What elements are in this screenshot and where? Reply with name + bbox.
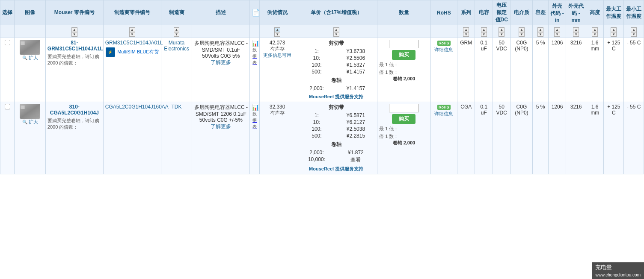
sort-mouser-up[interactable]: ▲ — [71, 27, 77, 32]
select-checkbox-1[interactable] — [5, 40, 10, 45]
sort-rohs — [430, 25, 457, 38]
sort-case-mm-down[interactable]: ▼ — [573, 32, 579, 37]
sort-tol-up[interactable]: ▲ — [537, 27, 543, 32]
sort-dielectric-down[interactable]: ▼ — [519, 32, 525, 37]
col-header-tol: 容差 — [533, 0, 548, 25]
dielectric-cell-1: C0G (NP0) — [510, 38, 533, 102]
volt-val-2: 50 VDC — [496, 104, 507, 116]
sort-mfr-pn-up[interactable]: ▲ — [129, 27, 135, 32]
sort-mouser-btn[interactable]: ▲ ▼ — [71, 27, 77, 37]
sort-mfr: ▲ ▼ — [161, 25, 192, 38]
sort-mintemp-btn[interactable]: ▲ ▼ — [631, 27, 637, 37]
sort-price-up[interactable]: ▲ — [333, 27, 339, 32]
sort-case-in-down[interactable]: ▼ — [554, 32, 560, 37]
sort-height-up[interactable]: ▲ — [592, 27, 598, 32]
height-cell-2: 1.6 mm — [586, 102, 604, 174]
mfr-pn-link-1[interactable]: GRM31C5C1H104JA01L — [105, 40, 163, 46]
buy-button-1[interactable]: 购买 — [392, 50, 415, 60]
zoom-link-2[interactable]: 🔍 扩大 — [22, 119, 38, 124]
sort-maxtemp-btn[interactable]: ▲ ▼ — [611, 27, 617, 37]
qty-input-1[interactable] — [389, 40, 419, 48]
buy-button-2[interactable]: 购买 — [392, 114, 415, 124]
sort-mfr-pn-down[interactable]: ▼ — [129, 32, 135, 37]
sort-case-in-btn[interactable]: ▲ ▼ — [554, 27, 560, 37]
sort-cap-down[interactable]: ▼ — [481, 32, 487, 37]
mouser-pn-link-1[interactable]: 81-GRM31C5C1H104JA1L — [47, 40, 101, 52]
sort-height-btn[interactable]: ▲ ▼ — [592, 27, 598, 37]
doc-link-1[interactable]: 📊 数据表 — [252, 41, 259, 65]
qty-min-2: 最 1 低： — [379, 126, 429, 132]
col-header-mfr: 制造商 — [161, 0, 192, 25]
zoom-link-1[interactable]: 🔍 扩大 — [22, 55, 38, 60]
sort-case-mm-btn[interactable]: ▲ ▼ — [573, 27, 579, 37]
price-reel2-qty-2: 10,000: — [297, 156, 336, 164]
learn-more-link-1[interactable]: 了解更多 — [211, 59, 231, 65]
price-cell-2: 剪切带 1: ¥6.5871 10: ¥6.2127 100: ¥2.5038 — [295, 102, 377, 174]
sort-dielectric-up[interactable]: ▲ — [519, 27, 525, 32]
sort-tol-down[interactable]: ▼ — [537, 32, 543, 37]
sort-price-btn[interactable]: ▲ ▼ — [333, 27, 339, 37]
price-row-2-3: 100: ¥2.5038 — [297, 126, 375, 132]
sort-doc — [250, 25, 260, 38]
mfr-pn-link-2[interactable]: CGA5L2C0G1H104J160AA — [105, 104, 169, 110]
avail-more-link-1[interactable]: 更多信息可用 — [263, 53, 291, 58]
document-icon: 📄 — [252, 9, 260, 16]
col-header-case-in: 外壳代码 - in — [548, 0, 566, 25]
mouser-pn-cell-2: 810-CGA5L2C0G1H104J 要购买完整卷轴，请订购 2000 的倍数… — [45, 102, 103, 174]
sort-tol-btn[interactable]: ▲ ▼ — [537, 27, 543, 37]
qty-mult-1: 倍 1 数： — [379, 69, 429, 76]
col-header-volt: 电压额定值DC — [493, 0, 511, 25]
sort-maxtemp-up[interactable]: ▲ — [611, 27, 617, 32]
sort-mfr-pn-btn[interactable]: ▲ ▼ — [129, 27, 135, 37]
col-header-select: 选择 — [0, 0, 15, 25]
series-cell-2: CGA — [457, 102, 475, 174]
sort-mintemp-up[interactable]: ▲ — [631, 27, 637, 32]
price-qty-2-1: 1: — [297, 112, 336, 119]
rohs-detail-link-1[interactable]: 详细信息 — [433, 47, 455, 53]
sort-avail-down[interactable]: ▼ — [274, 32, 280, 37]
sort-cap-btn[interactable]: ▲ ▼ — [481, 27, 487, 37]
sort-maxtemp-down[interactable]: ▼ — [611, 32, 617, 37]
sort-series-btn[interactable]: ▲ ▼ — [463, 27, 469, 37]
col-header-mfr-pn: 制造商零件编号 — [103, 0, 161, 25]
mouser-pn-link-2[interactable]: 810-CGA5L2C0G1H104J — [47, 104, 101, 116]
qty-input-2[interactable] — [389, 104, 419, 112]
case-in-cell-1: 1206 — [548, 38, 566, 102]
sort-mfr-down[interactable]: ▼ — [174, 32, 180, 37]
case-in-val-1: 1206 — [552, 40, 563, 46]
sort-case-mm-up[interactable]: ▲ — [573, 27, 579, 32]
doc-link-2[interactable]: 📊 数据表 — [252, 105, 259, 129]
avail-cell-2: 32,330 有库存 — [260, 102, 295, 174]
learn-more-link-2[interactable]: 了解更多 — [211, 123, 231, 129]
multisim-link-1[interactable]: MultiSIM BLUE有货 — [117, 49, 159, 54]
dielectric-val-1: C0G (NP0) — [515, 40, 528, 52]
sort-mfr-up[interactable]: ▲ — [174, 27, 180, 32]
select-checkbox-2[interactable] — [5, 104, 10, 109]
sort-mfr-pn: ▲ ▼ — [103, 25, 161, 38]
sort-volt-down[interactable]: ▼ — [499, 32, 505, 37]
sort-mintemp-down[interactable]: ▼ — [631, 32, 637, 37]
sort-volt-btn[interactable]: ▲ ▼ — [499, 27, 505, 37]
price-reel-title-2: 卷轴 — [297, 141, 375, 148]
sort-price-down[interactable]: ▼ — [333, 32, 339, 37]
volt-cell-2: 50 VDC — [493, 102, 511, 174]
rohs-detail-link-2[interactable]: 详细信息 — [433, 111, 455, 117]
sort-volt-up[interactable]: ▲ — [499, 27, 505, 32]
mousereel-link-2[interactable]: MouseReel 提供服务支持 — [309, 166, 363, 171]
sort-cap-up[interactable]: ▲ — [481, 27, 487, 32]
sort-series-down[interactable]: ▼ — [463, 32, 469, 37]
price-table-2: 1: ¥6.5871 10: ¥6.2127 100: ¥2.5038 50 — [297, 112, 375, 139]
sort-avail-btn[interactable]: ▲ ▼ — [274, 27, 280, 37]
mfr-link-1[interactable]: Murata Electronics — [164, 40, 189, 52]
mousereel-link-1[interactable]: MouseReel 提供服务支持 — [309, 94, 363, 99]
sort-avail-up[interactable]: ▲ — [274, 27, 280, 32]
sort-series-up[interactable]: ▲ — [463, 27, 469, 32]
sort-mfr-btn[interactable]: ▲ ▼ — [174, 27, 180, 37]
sort-mouser-down[interactable]: ▼ — [71, 32, 77, 37]
price-val-1-1: ¥3.6738 — [336, 48, 376, 55]
sort-height-down[interactable]: ▼ — [592, 32, 598, 37]
sort-dielectric-btn[interactable]: ▲ ▼ — [519, 27, 525, 37]
sort-volt: ▲ ▼ — [493, 25, 511, 38]
mfr-link-2[interactable]: TDK — [172, 104, 182, 110]
sort-case-in-up[interactable]: ▲ — [554, 27, 560, 32]
